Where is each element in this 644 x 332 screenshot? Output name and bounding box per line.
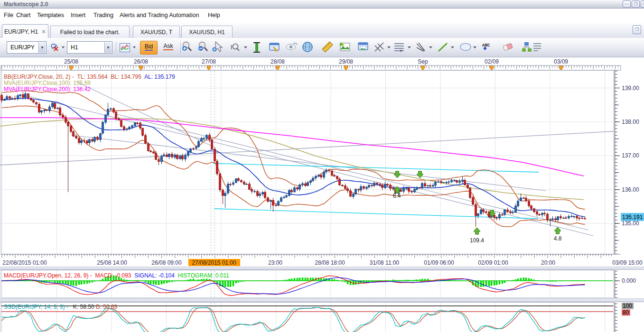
svg-text:4.8: 4.8 xyxy=(554,235,562,242)
svg-text:139.00: 139.00 xyxy=(622,85,639,92)
svg-text:28/08 18:00: 28/08 18:00 xyxy=(315,259,345,266)
svg-text:80: 80 xyxy=(623,309,629,316)
svg-text:22/08/2015 01:00: 22/08/2015 01:00 xyxy=(2,259,47,266)
svg-text:135.00: 135.00 xyxy=(622,220,639,227)
svg-text:25/08 14:00: 25/08 14:00 xyxy=(97,259,127,266)
svg-text:MVA(EUR/JPY.Close,100): 135.69: MVA(EUR/JPY.Close,100): 135.69 xyxy=(4,80,91,86)
svg-text:138.00: 138.00 xyxy=(622,119,639,125)
svg-text:135.191: 135.191 xyxy=(622,214,643,221)
svg-text:ABC: ABC xyxy=(482,43,490,48)
svg-text:02/09: 02/09 xyxy=(485,58,499,65)
svg-text:01/09 06:00: 01/09 06:00 xyxy=(424,259,454,266)
svg-text:F: F xyxy=(400,49,402,53)
svg-text:26/08 09:00: 26/08 09:00 xyxy=(151,259,182,266)
svg-text:137.00: 137.00 xyxy=(622,152,639,159)
svg-text:100: 100 xyxy=(623,303,632,309)
svg-text:03/09 15:00: 03/09 15:00 xyxy=(612,259,643,266)
svg-text:20:00: 20:00 xyxy=(541,259,555,266)
svg-text:26/08: 26/08 xyxy=(134,58,148,65)
svg-text:MVA(EUR/JPY.Close,200): 136.42: MVA(EUR/JPY.Close,200): 136.42 xyxy=(4,86,91,92)
svg-text:6.4: 6.4 xyxy=(393,193,401,199)
svg-text:23:00: 23:00 xyxy=(268,259,282,266)
svg-text:0.000: 0.000 xyxy=(622,277,636,284)
svg-text:I: I xyxy=(231,44,233,51)
svg-text:29/08: 29/08 xyxy=(339,58,353,65)
svg-text:109.4: 109.4 xyxy=(470,237,484,244)
svg-text:27/08/2015 01:00: 27/08/2015 01:00 xyxy=(192,259,236,266)
svg-text:28/08: 28/08 xyxy=(271,58,285,65)
svg-text:03/09: 03/09 xyxy=(554,58,568,65)
svg-text:MACD(EUR/JPY.Open, 12, 26, 9): MACD(EUR/JPY.Open, 12, 26, 9) - MACD: -0… xyxy=(4,272,229,279)
svg-text:25/08: 25/08 xyxy=(64,58,78,65)
svg-text:27/08: 27/08 xyxy=(202,58,216,65)
svg-text:31/08 11:00: 31/08 11:00 xyxy=(370,259,400,266)
svg-text:SSD(EUR/JPY, 14, 3, 3) - K:: SSD(EUR/JPY, 14, 3, 3) - K: 58.50 D: 50.… xyxy=(4,304,118,310)
svg-text:136.00: 136.00 xyxy=(622,186,639,193)
svg-text:Sep: Sep xyxy=(418,58,428,65)
svg-text:02/09 01:00: 02/09 01:00 xyxy=(478,259,508,266)
svg-text:BB(EUR/JPY.Close, 20, 2) - TL: BB(EUR/JPY.Close, 20, 2) - TL: 135.564 B… xyxy=(4,74,175,80)
